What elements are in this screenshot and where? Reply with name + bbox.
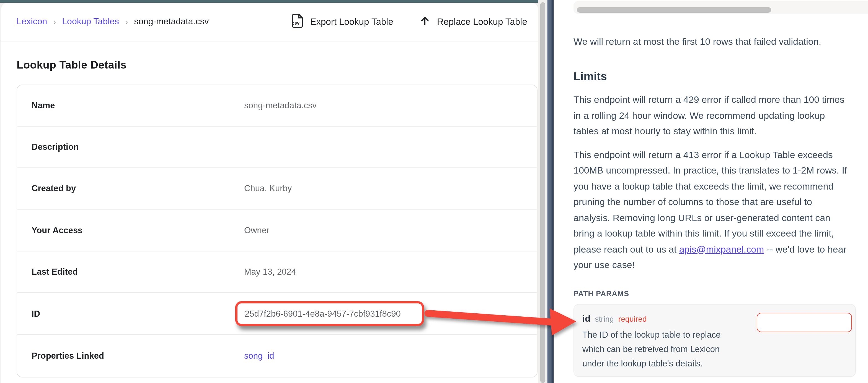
id-value-highlight-annotation: 25d7f2b6-6901-4e8a-9457-7cbf931f8c90: [235, 301, 424, 326]
up-arrow-icon: [420, 15, 430, 28]
apis-mixpanel-email-link[interactable]: apis@mixpanel.com: [679, 244, 764, 254]
row-label: Description: [32, 142, 244, 152]
lookup-table-details-card: Name song-metadata.csv Description Creat…: [17, 84, 537, 377]
path-params-section-label: PATH PARAMS: [574, 289, 850, 298]
replace-button-label: Replace Lookup Table: [437, 16, 527, 27]
breadcrumb-separator-icon: ›: [125, 17, 128, 26]
app-top-bar: [0, 0, 547, 3]
table-row-your-access: Your Access Owner: [17, 210, 537, 251]
param-name: id: [582, 313, 590, 323]
table-row-id: ID 25d7f2b6-6901-4e8a-9457-7cbf931f8c90: [17, 293, 537, 335]
id-param-input[interactable]: [757, 313, 852, 332]
table-row-created-by: Created by Chua, Kurby: [17, 168, 537, 210]
param-description: The ID of the lookup table to replace wh…: [582, 327, 744, 371]
row-label: Created by: [32, 184, 244, 194]
breadcrumb: Lexicon › Lookup Tables › song-metadata.…: [17, 16, 209, 27]
row-value: Chua, Kurby: [244, 184, 292, 194]
breadcrumb-lookup-tables[interactable]: Lookup Tables: [62, 16, 119, 27]
export-button-label: Export Lookup Table: [310, 16, 393, 27]
left-panel-scrollbar-thumb[interactable]: [540, 2, 545, 383]
screenshot-stage: Lexicon › Lookup Tables › song-metadata.…: [0, 0, 868, 383]
docs-intro-text: We will return at most the first 10 rows…: [574, 34, 850, 50]
row-label: ID: [32, 309, 244, 319]
row-label: Name: [32, 100, 244, 110]
breadcrumb-current-file: song-metadata.csv: [134, 16, 209, 27]
breadcrumb-separator-icon: ›: [53, 17, 56, 26]
param-required-badge: required: [618, 314, 647, 323]
breadcrumb-lexicon[interactable]: Lexicon: [17, 16, 47, 27]
docs-content: We will return at most the first 10 rows…: [574, 0, 850, 377]
limits-heading: Limits: [574, 70, 850, 83]
window-divider: [547, 0, 554, 383]
param-type: string: [595, 314, 614, 323]
api-docs-panel: We will return at most the first 10 rows…: [554, 0, 868, 383]
limits-paragraph-1: This endpoint will return a 429 error if…: [574, 92, 848, 140]
row-label: Your Access: [32, 225, 244, 236]
limits-paragraph-2-text: This endpoint will return a 413 error if…: [574, 149, 847, 254]
page-title: Lookup Table Details: [17, 58, 126, 71]
limits-paragraph-2: This endpoint will return a 413 error if…: [574, 147, 848, 273]
lexicon-panel: Lexicon › Lookup Tables › song-metadata.…: [1, 2, 538, 383]
replace-lookup-table-button[interactable]: Replace Lookup Table: [420, 15, 527, 28]
table-row-properties-linked: Properties Linked song_id: [17, 335, 537, 377]
row-label: Last Edited: [32, 267, 244, 277]
row-value: Owner: [244, 225, 269, 236]
row-value: song-metadata.csv: [244, 100, 317, 110]
svg-text:csv: csv: [292, 20, 300, 25]
linked-property-song-id[interactable]: song_id: [244, 351, 274, 360]
csv-file-icon: csv: [291, 13, 304, 30]
lexicon-header: Lexicon › Lookup Tables › song-metadata.…: [1, 2, 538, 41]
export-lookup-table-button[interactable]: csv Export Lookup Table: [291, 13, 393, 30]
row-value: May 13, 2024: [244, 267, 296, 277]
table-row-last-edited: Last Edited May 13, 2024: [17, 251, 537, 293]
table-row-name: Name song-metadata.csv: [17, 85, 537, 127]
table-row-description: Description: [17, 127, 537, 168]
row-value: 25d7f2b6-6901-4e8a-9457-7cbf931f8c90: [244, 301, 433, 326]
row-label: Properties Linked: [32, 351, 244, 360]
path-param-card: id string required The ID of the lookup …: [574, 304, 856, 377]
